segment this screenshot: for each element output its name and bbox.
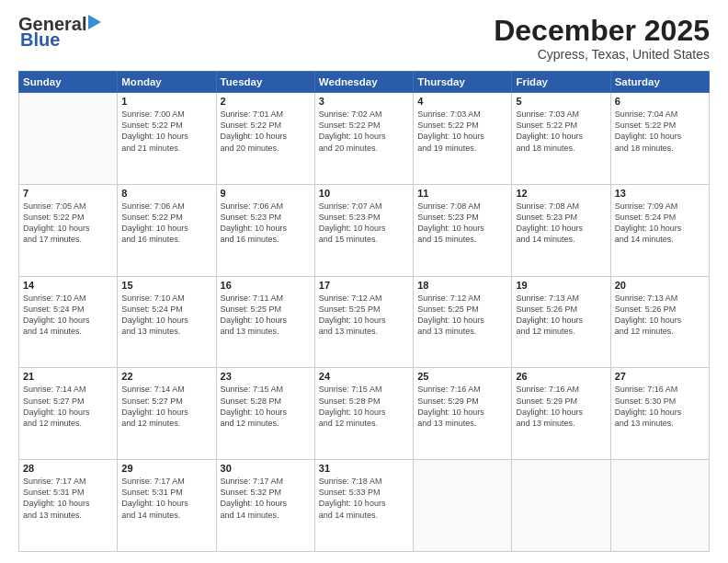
day-info: Sunrise: 7:10 AMSunset: 5:24 PMDaylight:… [121,293,211,338]
day-info: Sunrise: 7:06 AMSunset: 5:23 PMDaylight:… [221,201,311,246]
calendar-week-row: 1Sunrise: 7:00 AMSunset: 5:22 PMDaylight… [19,93,710,185]
day-info: Sunrise: 7:11 AMSunset: 5:25 PMDaylight:… [221,293,311,338]
day-number: 13 [615,188,705,199]
table-row: 28Sunrise: 7:17 AMSunset: 5:31 PMDayligh… [19,460,118,552]
table-row: 1Sunrise: 7:00 AMSunset: 5:22 PMDaylight… [118,93,216,185]
table-row: 30Sunrise: 7:17 AMSunset: 5:32 PMDayligh… [216,460,314,552]
table-row: 13Sunrise: 7:09 AMSunset: 5:24 PMDayligh… [610,184,709,276]
day-info: Sunrise: 7:08 AMSunset: 5:23 PMDaylight:… [516,201,606,246]
day-number: 24 [319,371,409,382]
table-row: 27Sunrise: 7:16 AMSunset: 5:30 PMDayligh… [610,368,709,460]
table-row: 21Sunrise: 7:14 AMSunset: 5:27 PMDayligh… [19,368,118,460]
day-number: 14 [23,280,113,291]
col-friday: Friday [512,72,610,93]
table-row: 16Sunrise: 7:11 AMSunset: 5:25 PMDayligh… [216,276,314,368]
calendar-week-row: 28Sunrise: 7:17 AMSunset: 5:31 PMDayligh… [19,460,710,552]
day-number: 2 [221,96,311,107]
day-number: 10 [319,188,409,199]
day-info: Sunrise: 7:05 AMSunset: 5:22 PMDaylight:… [23,201,113,246]
table-row: 29Sunrise: 7:17 AMSunset: 5:31 PMDayligh… [118,460,216,552]
day-info: Sunrise: 7:18 AMSunset: 5:33 PMDaylight:… [319,476,409,521]
day-info: Sunrise: 7:06 AMSunset: 5:22 PMDaylight:… [121,201,211,246]
table-row: 9Sunrise: 7:06 AMSunset: 5:23 PMDaylight… [216,184,314,276]
calendar-subtitle: Cypress, Texas, United States [494,47,710,62]
table-row: 8Sunrise: 7:06 AMSunset: 5:22 PMDaylight… [118,184,216,276]
day-info: Sunrise: 7:14 AMSunset: 5:27 PMDaylight:… [121,384,211,429]
day-info: Sunrise: 7:10 AMSunset: 5:24 PMDaylight:… [23,293,113,338]
day-info: Sunrise: 7:12 AMSunset: 5:25 PMDaylight:… [319,293,409,338]
logo-arrow-icon [88,15,108,29]
header: General Blue December 2025 Cypress, Texa… [18,15,710,62]
table-row: 3Sunrise: 7:02 AMSunset: 5:22 PMDaylight… [314,93,413,185]
table-row [414,460,512,552]
table-row: 17Sunrise: 7:12 AMSunset: 5:25 PMDayligh… [314,276,413,368]
day-number: 20 [615,280,705,291]
day-number: 12 [516,188,606,199]
day-info: Sunrise: 7:04 AMSunset: 5:22 PMDaylight:… [615,109,705,154]
day-number: 19 [516,280,606,291]
col-tuesday: Tuesday [216,72,314,93]
col-sunday: Sunday [19,72,118,93]
title-block: December 2025 Cypress, Texas, United Sta… [494,15,710,62]
day-info: Sunrise: 7:15 AMSunset: 5:28 PMDaylight:… [221,384,311,429]
day-number: 21 [23,371,113,382]
day-info: Sunrise: 7:09 AMSunset: 5:24 PMDaylight:… [615,201,705,246]
day-info: Sunrise: 7:13 AMSunset: 5:26 PMDaylight:… [615,293,705,338]
day-number: 28 [23,463,113,474]
table-row: 26Sunrise: 7:16 AMSunset: 5:29 PMDayligh… [512,368,610,460]
day-number: 5 [516,96,606,107]
calendar-header-row: Sunday Monday Tuesday Wednesday Thursday… [19,72,710,93]
table-row: 4Sunrise: 7:03 AMSunset: 5:22 PMDaylight… [414,93,512,185]
day-number: 15 [121,280,211,291]
logo-blue-text: Blue [20,29,60,51]
table-row: 5Sunrise: 7:03 AMSunset: 5:22 PMDaylight… [512,93,610,185]
day-info: Sunrise: 7:01 AMSunset: 5:22 PMDaylight:… [221,109,311,154]
table-row: 14Sunrise: 7:10 AMSunset: 5:24 PMDayligh… [19,276,118,368]
table-row: 18Sunrise: 7:12 AMSunset: 5:25 PMDayligh… [414,276,512,368]
day-info: Sunrise: 7:16 AMSunset: 5:29 PMDaylight:… [417,384,507,429]
svg-marker-0 [88,15,101,29]
day-number: 18 [417,280,507,291]
logo: General Blue [18,15,108,51]
day-info: Sunrise: 7:12 AMSunset: 5:25 PMDaylight:… [417,293,507,338]
calendar-week-row: 14Sunrise: 7:10 AMSunset: 5:24 PMDayligh… [19,276,710,368]
table-row: 11Sunrise: 7:08 AMSunset: 5:23 PMDayligh… [414,184,512,276]
table-row: 31Sunrise: 7:18 AMSunset: 5:33 PMDayligh… [314,460,413,552]
day-number: 31 [319,463,409,474]
day-number: 9 [221,188,311,199]
day-info: Sunrise: 7:02 AMSunset: 5:22 PMDaylight:… [319,109,409,154]
day-number: 26 [516,371,606,382]
day-number: 6 [615,96,705,107]
day-number: 1 [121,96,211,107]
table-row: 20Sunrise: 7:13 AMSunset: 5:26 PMDayligh… [610,276,709,368]
day-number: 8 [121,188,211,199]
table-row: 7Sunrise: 7:05 AMSunset: 5:22 PMDaylight… [19,184,118,276]
table-row: 22Sunrise: 7:14 AMSunset: 5:27 PMDayligh… [118,368,216,460]
day-number: 3 [319,96,409,107]
col-monday: Monday [118,72,216,93]
calendar-week-row: 21Sunrise: 7:14 AMSunset: 5:27 PMDayligh… [19,368,710,460]
day-number: 30 [221,463,311,474]
day-info: Sunrise: 7:17 AMSunset: 5:32 PMDaylight:… [221,476,311,521]
table-row [610,460,709,552]
table-row [19,93,118,185]
day-number: 27 [615,371,705,382]
table-row: 12Sunrise: 7:08 AMSunset: 5:23 PMDayligh… [512,184,610,276]
day-number: 23 [221,371,311,382]
day-info: Sunrise: 7:15 AMSunset: 5:28 PMDaylight:… [319,384,409,429]
day-info: Sunrise: 7:03 AMSunset: 5:22 PMDaylight:… [417,109,507,154]
day-number: 11 [417,188,507,199]
calendar-week-row: 7Sunrise: 7:05 AMSunset: 5:22 PMDaylight… [19,184,710,276]
table-row: 19Sunrise: 7:13 AMSunset: 5:26 PMDayligh… [512,276,610,368]
day-number: 29 [121,463,211,474]
day-info: Sunrise: 7:03 AMSunset: 5:22 PMDaylight:… [516,109,606,154]
col-wednesday: Wednesday [314,72,413,93]
calendar-title: December 2025 [494,15,710,47]
day-info: Sunrise: 7:16 AMSunset: 5:29 PMDaylight:… [516,384,606,429]
table-row: 6Sunrise: 7:04 AMSunset: 5:22 PMDaylight… [610,93,709,185]
day-info: Sunrise: 7:17 AMSunset: 5:31 PMDaylight:… [23,476,113,521]
table-row: 23Sunrise: 7:15 AMSunset: 5:28 PMDayligh… [216,368,314,460]
day-info: Sunrise: 7:14 AMSunset: 5:27 PMDaylight:… [23,384,113,429]
day-info: Sunrise: 7:16 AMSunset: 5:30 PMDaylight:… [615,384,705,429]
day-number: 17 [319,280,409,291]
